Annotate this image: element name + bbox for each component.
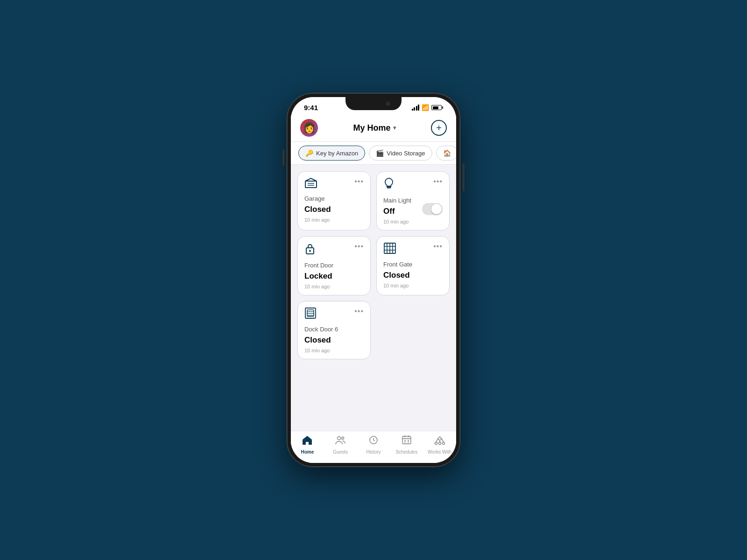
home-title-text: My Home <box>353 123 390 133</box>
tab-key-label: Key by Amazon <box>316 150 358 157</box>
guests-nav-label: Guests <box>333 449 348 455</box>
svg-point-29 <box>435 442 437 445</box>
front-door-time: 10 min ago <box>304 284 364 289</box>
card-header-front-gate: ••• <box>383 242 443 256</box>
home-nav-icon <box>302 435 313 448</box>
camera <box>386 101 390 106</box>
card-header-front-door: ••• <box>304 242 364 257</box>
svg-line-34 <box>442 439 444 442</box>
svg-rect-21 <box>402 436 411 444</box>
nav-item-works-with[interactable]: Works With <box>423 435 456 455</box>
svg-point-6 <box>309 250 311 252</box>
device-card-main-light[interactable]: ••• Main Light Off 10 min ago <box>376 171 450 231</box>
app-content: 👩 My Home ▾ + 🔑 Key by Amazon 🎬 Video St… <box>291 114 456 463</box>
svg-rect-4 <box>388 187 391 188</box>
dock-door-time: 10 min ago <box>304 348 364 353</box>
device-grid: ••• Garage Closed 10 min ago <box>291 165 456 431</box>
main-light-menu[interactable]: ••• <box>433 177 443 186</box>
tab-video-label: Video Storage <box>387 150 425 157</box>
dock-door-name: Dock Door 6 <box>304 326 364 333</box>
device-card-front-door[interactable]: ••• Front Door Locked 10 min ago <box>297 236 371 295</box>
works-with-nav-icon <box>434 435 445 448</box>
garage-menu[interactable]: ••• <box>354 177 364 186</box>
chevron-down-icon: ▾ <box>393 125 396 131</box>
card-header-dock-door: ••• <box>304 307 364 321</box>
front-gate-status: Closed <box>383 271 443 280</box>
nav-item-guests[interactable]: Guests <box>324 435 357 455</box>
front-door-status: Locked <box>304 272 364 281</box>
works-with-nav-label: Works With <box>428 449 451 455</box>
svg-point-19 <box>342 437 344 440</box>
front-gate-time: 10 min ago <box>383 283 443 288</box>
main-light-time: 10 min ago <box>383 219 443 224</box>
notch <box>345 97 402 110</box>
svg-point-18 <box>338 437 341 440</box>
front-door-menu[interactable]: ••• <box>354 242 364 251</box>
dock-door-status: Closed <box>304 336 364 345</box>
nav-item-home[interactable]: Home <box>291 435 324 455</box>
guests-nav-icon <box>335 435 346 448</box>
nav-item-schedules[interactable]: Schedules <box>390 435 423 455</box>
tab-google[interactable]: 🏠 <box>436 146 457 161</box>
phone-screen: 9:41 📶 <box>291 97 456 463</box>
svg-line-32 <box>436 439 438 442</box>
light-icon <box>383 177 395 192</box>
nav-item-history[interactable]: History <box>357 435 390 455</box>
signal-icon <box>412 105 420 111</box>
wifi-icon: 📶 <box>422 104 429 111</box>
device-card-dock-door[interactable]: ••• Dock Door 6 Closed 10 min ago <box>297 301 371 359</box>
video-icon: 🎬 <box>376 149 384 157</box>
front-gate-name: Front Gate <box>383 261 443 268</box>
history-nav-label: History <box>366 449 381 455</box>
tab-video-storage[interactable]: 🎬 Video Storage <box>369 146 432 161</box>
garage-time: 10 min ago <box>304 217 364 223</box>
device-card-front-gate[interactable]: ••• Front Gate Closed 10 min ago <box>376 236 450 295</box>
schedules-nav-icon <box>401 435 412 448</box>
battery-icon <box>431 105 443 110</box>
svg-point-31 <box>442 442 444 445</box>
status-icons: 📶 <box>412 104 444 111</box>
garage-icon <box>304 177 317 190</box>
phone-frame: 9:41 📶 <box>287 93 460 467</box>
front-gate-menu[interactable]: ••• <box>433 242 443 251</box>
key-icon: 🔑 <box>305 149 313 157</box>
tabs-row: 🔑 Key by Amazon 🎬 Video Storage 🏠 <box>291 142 456 165</box>
tab-key-by-amazon[interactable]: 🔑 Key by Amazon <box>298 146 365 161</box>
gate-icon <box>383 242 396 256</box>
history-nav-icon <box>368 435 379 448</box>
home-title-container[interactable]: My Home ▾ <box>353 123 395 133</box>
google-icon: 🏠 <box>443 149 451 157</box>
add-button[interactable]: + <box>431 120 447 136</box>
garage-status: Closed <box>304 205 364 214</box>
dock-door-menu[interactable]: ••• <box>354 307 364 315</box>
svg-rect-0 <box>305 181 317 188</box>
bottom-nav: Home Guests <box>291 431 456 463</box>
card-header-main-light: ••• <box>383 177 443 192</box>
garage-name: Garage <box>304 195 364 202</box>
app-header: 👩 My Home ▾ + <box>291 114 456 142</box>
schedules-nav-label: Schedules <box>395 449 417 455</box>
front-door-name: Front Door <box>304 262 364 269</box>
avatar[interactable]: 👩 <box>300 119 318 137</box>
svg-point-30 <box>438 442 441 445</box>
main-light-toggle[interactable] <box>422 203 443 215</box>
dock-door-icon <box>304 307 317 321</box>
device-card-garage[interactable]: ••• Garage Closed 10 min ago <box>297 171 371 231</box>
card-header-garage: ••• <box>304 177 364 190</box>
status-time: 9:41 <box>304 104 318 112</box>
lock-icon <box>304 242 316 257</box>
home-nav-label: Home <box>301 449 314 455</box>
